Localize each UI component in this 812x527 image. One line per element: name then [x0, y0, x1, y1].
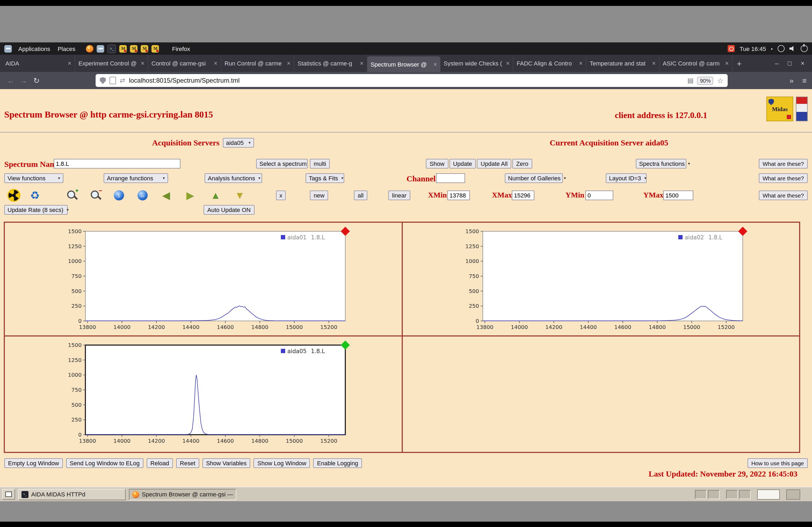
gallery-cell-empty[interactable]: [403, 336, 799, 452]
update-button[interactable]: Update: [449, 159, 476, 168]
what-are-these-button-3[interactable]: What are these?: [759, 191, 808, 200]
log-button[interactable]: Reset: [176, 458, 199, 468]
all-button[interactable]: all: [354, 191, 367, 200]
browser-tab[interactable]: Spectrum Browser @×: [367, 56, 440, 72]
browser-tab[interactable]: Experiment Control @×: [75, 55, 148, 72]
browser-tab[interactable]: Run Control @ carme×: [221, 55, 294, 72]
y-scale-sphere-icon[interactable]: ↕: [114, 190, 124, 200]
screen-record-indicator-icon[interactable]: [728, 45, 735, 52]
workspace-pager-cell[interactable]: [708, 490, 720, 499]
terminal-launcher-icon[interactable]: >_: [108, 44, 116, 53]
log-button[interactable]: Empty Log Window: [4, 458, 63, 468]
active-workspace-cell[interactable]: [757, 489, 780, 499]
layout-id-select[interactable]: Layout ID=3▼: [606, 174, 647, 183]
update-rate-select[interactable]: Update Rate (8 secs)▼: [4, 205, 68, 215]
midas-launcher-icon-4[interactable]: M: [152, 45, 159, 52]
browser-tab[interactable]: FADC Align & Contro×: [513, 55, 586, 72]
ymin-input[interactable]: [585, 191, 613, 200]
zoom-level-badge[interactable]: 90%: [697, 76, 713, 85]
url-text[interactable]: localhost:8015/Spectrum/Spectrum.tml: [129, 77, 684, 84]
volume-icon[interactable]: [789, 46, 796, 51]
tab-close-icon[interactable]: ×: [214, 60, 218, 67]
analysis-functions-select[interactable]: Analysis functions▼: [205, 174, 262, 183]
arrow-up-icon[interactable]: ▲: [211, 190, 221, 200]
refresh-recycle-icon[interactable]: ♻: [30, 190, 40, 201]
minimize-button[interactable]: –: [775, 60, 779, 67]
acquisition-server-select[interactable]: aida05▼: [222, 138, 254, 148]
focused-window-label[interactable]: Firefox: [172, 45, 190, 52]
spectrum-plot[interactable]: 0250500750100012501500138001400014200144…: [58, 229, 348, 336]
tab-close-icon[interactable]: ×: [506, 60, 510, 67]
browser-tab[interactable]: Control @ carme-gsi×: [148, 55, 221, 72]
tags-fits-select[interactable]: Tags & Fits▼: [306, 174, 344, 183]
reload-button[interactable]: ↻: [30, 76, 43, 85]
arrow-down-icon[interactable]: ▼: [235, 190, 245, 200]
browser-tab[interactable]: Temperature and stat×: [586, 55, 659, 72]
arrow-left-icon[interactable]: ◀: [162, 190, 170, 200]
hamburger-menu-icon[interactable]: ≡: [802, 76, 807, 85]
log-button[interactable]: Reload: [147, 458, 173, 468]
firefox-launcher-icon[interactable]: [86, 45, 94, 52]
chart-slot[interactable]: 0250500750100012501500138001400014200144…: [58, 229, 348, 336]
tab-close-icon[interactable]: ×: [579, 60, 583, 67]
log-button[interactable]: Show Variables: [202, 458, 250, 468]
spectrum-name-input[interactable]: [54, 159, 180, 168]
chart-slot[interactable]: 0250500750100012501500138001400014200144…: [456, 229, 746, 336]
tab-close-icon[interactable]: ×: [360, 60, 364, 67]
gallery-cell-aida02[interactable]: 0250500750100012501500138001400014200144…: [403, 223, 799, 336]
arrange-functions-select[interactable]: Arrange functions▼: [104, 174, 168, 183]
ymax-input[interactable]: [663, 191, 693, 200]
power-icon[interactable]: [801, 45, 808, 52]
zoom-in-icon[interactable]: +: [67, 190, 78, 201]
multi-button[interactable]: multi: [310, 159, 330, 168]
spectra-functions-select[interactable]: Spectra functions▼: [636, 159, 686, 168]
zero-button[interactable]: Zero: [512, 159, 532, 168]
show-desktop-button[interactable]: [2, 489, 15, 500]
taskbar-item-httpd[interactable]: >_ AIDA MIDAS HTTPd: [18, 488, 126, 500]
browser-tab[interactable]: AIDA×: [2, 55, 75, 72]
tab-close-icon[interactable]: ×: [652, 60, 656, 67]
back-button[interactable]: ←: [4, 76, 17, 85]
view-functions-select[interactable]: View functions▼: [4, 174, 63, 183]
url-bar[interactable]: ⇄ localhost:8015/Spectrum/Spectrum.tml ▤…: [96, 74, 728, 87]
reader-mode-icon[interactable]: ▤: [687, 77, 694, 84]
log-button[interactable]: Show Log Window: [254, 458, 310, 468]
zoom-out-icon[interactable]: −: [90, 190, 102, 201]
gallery-cell-aida01[interactable]: 0250500750100012501500138001400014200144…: [5, 223, 403, 336]
what-are-these-button-1[interactable]: What are these?: [759, 159, 808, 168]
workspace-pager-cell[interactable]: [695, 490, 707, 499]
x-scale-sphere-icon[interactable]: ↔: [137, 190, 148, 200]
tab-close-icon[interactable]: ×: [725, 60, 729, 67]
xmax-input[interactable]: [512, 191, 534, 200]
auto-update-button[interactable]: Auto Update ON: [204, 205, 254, 215]
workspace-pager-cell[interactable]: [739, 490, 751, 499]
workspace-pager-cell[interactable]: [726, 490, 738, 499]
midas-launcher-icon-3[interactable]: M: [141, 45, 148, 52]
show-button[interactable]: Show: [426, 159, 448, 168]
number-of-galleries-select[interactable]: Number of Galleries▼: [505, 174, 563, 183]
browser-tab[interactable]: Statistics @ carme-g×: [294, 55, 367, 72]
taskbar-item-firefox[interactable]: Spectrum Browser @ carme-gsi — ...: [129, 488, 236, 500]
midas-launcher-icon-2[interactable]: M: [130, 45, 138, 52]
spectrum-plot[interactable]: 0250500750100012501500138001400014200144…: [58, 342, 348, 450]
bookmark-star-icon[interactable]: ☆: [717, 76, 723, 85]
tab-close-icon[interactable]: ×: [287, 60, 291, 67]
close-button[interactable]: ×: [801, 60, 804, 67]
panel-clock[interactable]: Tue 16:45: [740, 45, 766, 52]
gallery-cell-aida05[interactable]: 0250500750100012501500138001400014200144…: [5, 336, 403, 452]
x-button[interactable]: x: [276, 191, 286, 200]
places-menu[interactable]: Places: [57, 45, 76, 52]
tab-close-icon[interactable]: ×: [433, 60, 437, 68]
spectrum-plot[interactable]: 0250500750100012501500138001400014200144…: [456, 229, 746, 336]
site-info-icon[interactable]: [110, 77, 116, 84]
update-all-button[interactable]: Update All: [477, 159, 511, 168]
tab-close-icon[interactable]: ×: [68, 60, 71, 67]
select-a-spectrum-select[interactable]: Select a spectrum▼: [256, 159, 308, 168]
log-button[interactable]: Send Log Window to ELog: [66, 458, 144, 468]
chart-slot[interactable]: 0250500750100012501500138001400014200144…: [58, 342, 348, 450]
channel-input[interactable]: [436, 174, 465, 183]
files-launcher-icon[interactable]: [97, 45, 104, 52]
workspace-pager-cell[interactable]: [786, 489, 800, 499]
radiation-icon[interactable]: [8, 189, 20, 202]
xmin-input[interactable]: [447, 191, 470, 200]
